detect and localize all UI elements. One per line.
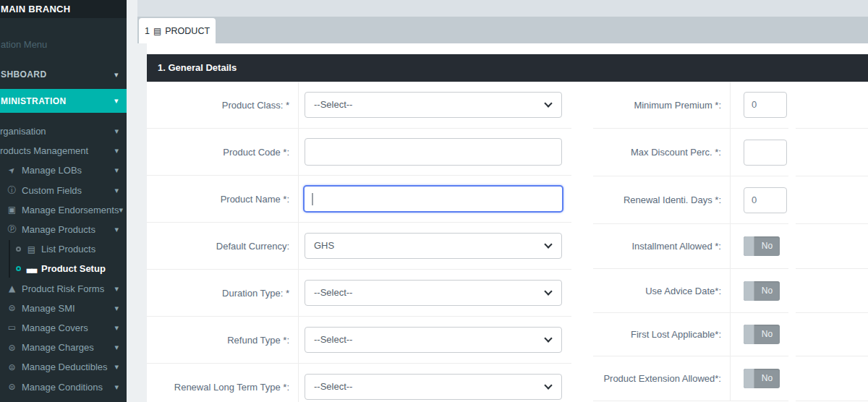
field-label-cell: Default Currency: [147,223,299,269]
toggle-state-label: No [754,369,780,388]
sidebar-item-list-products[interactable]: ▤List Products [0,239,127,259]
sidebar-item-product-setup[interactable]: ▄▄Product Setup [0,259,127,278]
sidebar-item-label: List Products [41,244,95,255]
sidebar-item-manage-conditions[interactable]: ⊜Manage Conditions▾ [0,377,127,396]
tab-product[interactable]: 1 ▤ PRODUCT [139,18,216,43]
field-control-cell: --Select-- [299,374,571,400]
field-control-cell: 0 [731,187,788,213]
field-label-cell: Minimum Premium *: [593,82,731,128]
minimum-premium-input[interactable]: 0 [744,92,787,118]
input-value: 0 [752,194,757,205]
use-advice-date-toggle[interactable]: No [744,281,780,301]
product-class-select[interactable]: --Select-- [305,92,562,118]
field-control-cell: No [731,369,788,388]
coins-icon: ⊜ [7,303,17,313]
field-label: Refund Type *: [227,335,289,346]
field-label-cell: Product Name *: [147,176,299,222]
toggle-handle-icon [744,236,754,256]
caret-down-icon: ▾ [114,284,127,294]
form-row: Product Extension Allowed*:No [593,356,788,401]
max-discount-perc-input[interactable] [744,140,787,166]
field-label-cell: Refund Type *: [147,317,299,363]
sidebar-item-label: Product Risk Forms [22,283,104,294]
form-row: I [796,224,868,269]
caret-down-icon: ▾ [114,304,127,313]
sidebar-item-label: Manage Deductibles [22,362,108,372]
sidebar-item-manage-endorsements[interactable]: ▣Manage Endorsements▾ [0,200,127,220]
sidebar: MAIN BRANCH ation Menu SHBOARD▾MINISTRAT… [0,0,127,402]
form-row: Renewal [796,129,868,176]
form-column-left: Product Class: *--Select--Product Code *… [147,82,571,402]
form-row [796,356,868,401]
coins-icon: ⊜ [7,343,17,353]
toggle-handle-icon [744,369,754,388]
field-control-cell: GHS [299,233,571,259]
select-value: GHS [314,240,334,251]
sidebar-menu: SHBOARD▾MINISTRATION▾rganisation▾roducts… [0,64,127,397]
form-row: Use Advice Date*:No [593,269,788,313]
sidebar-item-product-risk-forms[interactable]: ▲Product Risk Forms▾ [0,279,127,299]
renewal-identi-days-input[interactable]: 0 [744,187,787,213]
main-content: 1 ▤ PRODUCT 1. General Details Product C… [127,0,868,402]
sidebar-item-label: Manage Covers [22,322,88,333]
form-row: Duration Type: *--Select-- [147,270,571,317]
toggle-state-label: No [754,325,780,344]
form-column-right-truncated: Minimum LonRenewalAnnIAllow AdvicTerrori… [796,82,868,401]
sidebar-item-manage-smi[interactable]: ⊜Manage SMI▾ [0,299,127,318]
sidebar-item-label: Manage SMI [22,303,75,314]
sidebar-item-roducts-management[interactable]: roducts Management▾ [0,141,127,161]
chevron-down-icon [544,240,552,248]
toggle-state-label: No [754,236,780,256]
toggle-handle-icon [744,281,754,301]
field-control-cell: No [731,325,788,344]
sidebar-item-custom-fields[interactable]: ⓘCustom Fields▾ [0,181,127,200]
sidebar-item-label: MINISTRATION [1,96,67,106]
duration-type-select[interactable]: --Select-- [305,280,562,306]
sidebar-item-manage-covers[interactable]: ▭Manage Covers▾ [0,318,127,338]
product-code-input[interactable] [305,138,562,166]
sidebar-item-label: Manage Conditions [22,382,103,393]
sidebar-item-manage-deductibles[interactable]: ⊜Manage Deductibles▾ [0,357,127,377]
form-row: Product Class: *--Select-- [147,82,571,129]
renewal-long-term-type-select[interactable]: --Select-- [305,374,562,400]
field-label: Installment Allowed *: [631,241,721,252]
field-label-cell: Renewal Identi. Days *: [593,176,731,223]
field-label-cell: Max Discount Perc. *: [593,129,731,176]
field-control-cell: No [731,236,788,256]
info-circle-icon: ⓘ [7,184,17,197]
field-label: Max Discount Perc. *: [631,147,721,158]
form-column-middle: Minimum Premium *:0Max Discount Perc. *:… [593,82,788,401]
sidebar-item-manage-lobs[interactable]: ➤Manage LOBs▾ [0,161,127,180]
product-extension-allowed-toggle[interactable]: No [744,369,780,388]
field-control-cell [299,185,571,213]
select-value: --Select-- [314,334,352,345]
sidebar-item-shboard[interactable]: SHBOARD▾ [0,64,127,85]
default-currency-select[interactable]: GHS [305,233,562,259]
caret-down-icon: ▾ [114,343,127,352]
field-label-cell: Installment Allowed *: [593,224,731,268]
bed-icon: ▄▄ [26,265,37,273]
first-lost-applicable-toggle[interactable]: No [744,325,780,344]
sidebar-item-ministration[interactable]: MINISTRATION▾ [0,89,127,113]
chevron-down-icon [544,99,552,107]
top-band [137,0,868,17]
sidebar-item-label: roducts Management [0,145,88,156]
product-circle-icon: Ⓟ [7,223,17,236]
field-control-cell: --Select-- [299,327,571,353]
sidebar-item-rganisation[interactable]: rganisation▾ [0,121,127,141]
select-value: --Select-- [314,381,352,392]
toggle-handle-icon [744,325,754,344]
refund-type-select[interactable]: --Select-- [305,327,562,353]
form-panel: 1. General Details Product Class: *--Sel… [147,43,868,402]
tree-bullet-icon [16,247,21,252]
sidebar-item-manage-charges[interactable]: ⊜Manage Charges▾ [0,338,127,357]
sidebar-item-manage-products[interactable]: ⓅManage Products▾ [0,220,127,239]
product-name-input[interactable] [303,185,563,213]
field-control-cell [731,140,788,166]
tree-bullet-icon [16,266,21,271]
sidebar-item-label: Custom Fields [22,185,82,196]
installment-allowed-toggle[interactable]: No [744,236,780,256]
toggle-state-label: No [754,281,780,301]
field-label-cell: Product Extension Allowed*: [593,356,731,401]
select-value: --Select-- [314,99,352,110]
